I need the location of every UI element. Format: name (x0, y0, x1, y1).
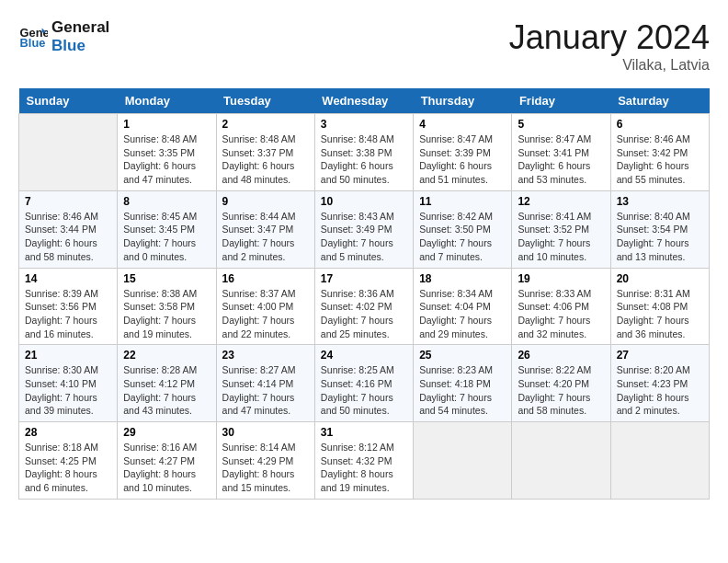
calendar-cell: 22Sunrise: 8:28 AMSunset: 4:12 PMDayligh… (118, 345, 216, 422)
day-info: Sunrise: 8:33 AMSunset: 4:06 PMDaylight:… (518, 287, 604, 341)
calendar-cell: 5Sunrise: 8:47 AMSunset: 3:41 PMDaylight… (512, 114, 610, 191)
day-number: 10 (321, 195, 407, 208)
day-info: Sunrise: 8:12 AMSunset: 4:32 PMDaylight:… (321, 441, 407, 495)
day-number: 14 (25, 272, 111, 285)
day-number: 5 (518, 118, 604, 131)
day-number: 27 (617, 349, 703, 362)
day-number: 17 (321, 272, 407, 285)
calendar-week-row: 1Sunrise: 8:48 AMSunset: 3:35 PMDaylight… (19, 114, 710, 191)
day-number: 19 (518, 272, 604, 285)
calendar-cell: 23Sunrise: 8:27 AMSunset: 4:14 PMDayligh… (216, 345, 314, 422)
calendar-week-row: 7Sunrise: 8:46 AMSunset: 3:44 PMDaylight… (19, 190, 710, 268)
day-info: Sunrise: 8:37 AMSunset: 4:00 PMDaylight:… (222, 287, 309, 341)
calendar-cell: 10Sunrise: 8:43 AMSunset: 3:49 PMDayligh… (314, 190, 413, 268)
calendar-cell: 12Sunrise: 8:41 AMSunset: 3:52 PMDayligh… (512, 190, 610, 268)
logo: General Blue General Blue (18, 18, 109, 56)
day-info: Sunrise: 8:44 AMSunset: 3:47 PMDaylight:… (222, 210, 309, 264)
calendar-cell: 15Sunrise: 8:38 AMSunset: 3:58 PMDayligh… (118, 268, 216, 345)
calendar-cell: 1Sunrise: 8:48 AMSunset: 3:35 PMDaylight… (118, 114, 216, 191)
day-info: Sunrise: 8:46 AMSunset: 3:44 PMDaylight:… (25, 210, 111, 264)
logo-line2: Blue (51, 37, 109, 55)
calendar-cell: 31Sunrise: 8:12 AMSunset: 4:32 PMDayligh… (314, 422, 413, 500)
calendar-cell: 28Sunrise: 8:18 AMSunset: 4:25 PMDayligh… (19, 422, 118, 500)
day-info: Sunrise: 8:48 AMSunset: 3:38 PMDaylight:… (321, 132, 407, 187)
calendar-cell: 20Sunrise: 8:31 AMSunset: 4:08 PMDayligh… (610, 268, 709, 345)
weekday-header: Tuesday (216, 88, 314, 114)
day-number: 12 (518, 195, 604, 208)
day-number: 6 (617, 118, 703, 131)
day-info: Sunrise: 8:20 AMSunset: 4:23 PMDaylight:… (617, 363, 703, 418)
day-info: Sunrise: 8:41 AMSunset: 3:52 PMDaylight:… (518, 210, 604, 264)
weekday-header: Wednesday (314, 88, 413, 114)
logo-line1: General (51, 18, 109, 37)
day-number: 25 (419, 349, 506, 362)
calendar-cell: 26Sunrise: 8:22 AMSunset: 4:20 PMDayligh… (512, 345, 610, 422)
day-number: 28 (25, 426, 111, 439)
calendar-cell: 2Sunrise: 8:48 AMSunset: 3:37 PMDaylight… (216, 114, 314, 191)
day-number: 11 (419, 195, 506, 208)
day-info: Sunrise: 8:40 AMSunset: 3:54 PMDaylight:… (617, 210, 703, 264)
calendar-header-row: SundayMondayTuesdayWednesdayThursdayFrid… (19, 88, 710, 114)
calendar-cell: 6Sunrise: 8:46 AMSunset: 3:42 PMDaylight… (610, 114, 709, 191)
calendar-cell: 18Sunrise: 8:34 AMSunset: 4:04 PMDayligh… (414, 268, 512, 345)
calendar-cell (414, 422, 512, 500)
calendar-cell: 16Sunrise: 8:37 AMSunset: 4:00 PMDayligh… (216, 268, 314, 345)
day-number: 16 (222, 272, 309, 285)
calendar-cell: 13Sunrise: 8:40 AMSunset: 3:54 PMDayligh… (610, 190, 709, 268)
day-number: 1 (123, 118, 210, 131)
svg-text:Blue: Blue (20, 37, 46, 51)
day-number: 30 (222, 426, 309, 439)
calendar-cell: 8Sunrise: 8:45 AMSunset: 3:45 PMDaylight… (118, 190, 216, 268)
day-info: Sunrise: 8:36 AMSunset: 4:02 PMDaylight:… (321, 287, 407, 341)
day-info: Sunrise: 8:48 AMSunset: 3:37 PMDaylight:… (222, 132, 309, 187)
day-number: 29 (123, 426, 210, 439)
day-number: 18 (419, 272, 506, 285)
calendar-cell: 17Sunrise: 8:36 AMSunset: 4:02 PMDayligh… (314, 268, 413, 345)
day-info: Sunrise: 8:18 AMSunset: 4:25 PMDaylight:… (25, 441, 111, 495)
location: Vilaka, Latvia (509, 57, 710, 74)
calendar-cell: 3Sunrise: 8:48 AMSunset: 3:38 PMDaylight… (314, 114, 413, 191)
calendar-cell (512, 422, 610, 500)
calendar-week-row: 28Sunrise: 8:18 AMSunset: 4:25 PMDayligh… (19, 422, 710, 500)
day-number: 31 (321, 426, 407, 439)
day-info: Sunrise: 8:46 AMSunset: 3:42 PMDaylight:… (617, 132, 703, 187)
calendar-cell (19, 114, 118, 191)
day-number: 7 (25, 195, 111, 208)
day-info: Sunrise: 8:27 AMSunset: 4:14 PMDaylight:… (222, 363, 309, 418)
calendar-cell: 4Sunrise: 8:47 AMSunset: 3:39 PMDaylight… (414, 114, 512, 191)
day-number: 13 (617, 195, 703, 208)
day-info: Sunrise: 8:28 AMSunset: 4:12 PMDaylight:… (123, 363, 210, 418)
day-number: 15 (123, 272, 210, 285)
day-info: Sunrise: 8:48 AMSunset: 3:35 PMDaylight:… (123, 132, 210, 187)
calendar-cell: 21Sunrise: 8:30 AMSunset: 4:10 PMDayligh… (19, 345, 118, 422)
day-info: Sunrise: 8:47 AMSunset: 3:41 PMDaylight:… (518, 132, 604, 187)
calendar-cell: 11Sunrise: 8:42 AMSunset: 3:50 PMDayligh… (414, 190, 512, 268)
day-number: 22 (123, 349, 210, 362)
day-number: 26 (518, 349, 604, 362)
day-number: 2 (222, 118, 309, 131)
calendar-cell (610, 422, 709, 500)
calendar-cell: 29Sunrise: 8:16 AMSunset: 4:27 PMDayligh… (118, 422, 216, 500)
calendar-cell: 25Sunrise: 8:23 AMSunset: 4:18 PMDayligh… (414, 345, 512, 422)
page-header: General Blue General Blue January 2024 V… (18, 18, 710, 74)
day-info: Sunrise: 8:39 AMSunset: 3:56 PMDaylight:… (25, 287, 111, 341)
calendar-cell: 27Sunrise: 8:20 AMSunset: 4:23 PMDayligh… (610, 345, 709, 422)
day-number: 23 (222, 349, 309, 362)
weekday-header: Sunday (19, 88, 118, 114)
day-info: Sunrise: 8:23 AMSunset: 4:18 PMDaylight:… (419, 363, 506, 418)
day-info: Sunrise: 8:47 AMSunset: 3:39 PMDaylight:… (419, 132, 506, 187)
day-number: 24 (321, 349, 407, 362)
calendar-cell: 30Sunrise: 8:14 AMSunset: 4:29 PMDayligh… (216, 422, 314, 500)
day-info: Sunrise: 8:45 AMSunset: 3:45 PMDaylight:… (123, 210, 210, 264)
calendar-cell: 7Sunrise: 8:46 AMSunset: 3:44 PMDaylight… (19, 190, 118, 268)
day-info: Sunrise: 8:43 AMSunset: 3:49 PMDaylight:… (321, 210, 407, 264)
day-number: 4 (419, 118, 506, 131)
day-number: 8 (123, 195, 210, 208)
title-section: January 2024 Vilaka, Latvia (509, 18, 710, 74)
calendar-week-row: 21Sunrise: 8:30 AMSunset: 4:10 PMDayligh… (19, 345, 710, 422)
calendar-cell: 19Sunrise: 8:33 AMSunset: 4:06 PMDayligh… (512, 268, 610, 345)
weekday-header: Thursday (414, 88, 512, 114)
day-info: Sunrise: 8:38 AMSunset: 3:58 PMDaylight:… (123, 287, 210, 341)
calendar-cell: 9Sunrise: 8:44 AMSunset: 3:47 PMDaylight… (216, 190, 314, 268)
day-info: Sunrise: 8:14 AMSunset: 4:29 PMDaylight:… (222, 441, 309, 495)
